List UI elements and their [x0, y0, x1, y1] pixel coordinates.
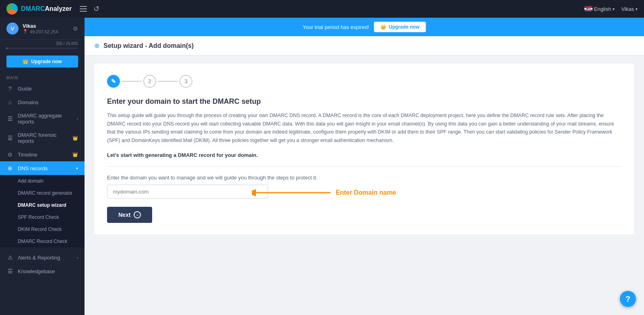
- sidebar-sub-dkim-check[interactable]: DKIM Record Check: [0, 223, 85, 235]
- wizard-description: This setup guide will guide you through …: [107, 111, 621, 145]
- divider: [107, 166, 621, 167]
- dns-chevron-icon: ▾: [76, 166, 78, 171]
- sidebar-item-aggregate-reports[interactable]: ☰ DMARC aggregate reports ›: [0, 109, 85, 128]
- banner-upgrade-button[interactable]: 👑 Upgrade now: [374, 22, 426, 32]
- annotation-area: Enter Domain name: [107, 185, 621, 199]
- sidebar: V Vikas 📍 49.207.52.254 ⚙ 355 / 25,000 👑…: [0, 18, 85, 315]
- page-header: ⊕ Setup wizard - Add domain(s): [85, 36, 644, 56]
- user-info: Vikas 📍 49.207.52.254: [23, 23, 69, 34]
- step-line-2: [158, 81, 178, 82]
- progress-bar: [6, 47, 78, 49]
- sidebar-username: Vikas: [23, 23, 69, 29]
- location-icon: 📍: [23, 29, 28, 34]
- next-button[interactable]: Next ›: [107, 207, 152, 223]
- gear-icon[interactable]: ⚙: [73, 25, 78, 32]
- lang-chevron-icon: ▾: [613, 7, 615, 11]
- avatar: V: [6, 23, 19, 35]
- reports-icon: ☰: [6, 115, 14, 122]
- banner-text: Your trial period has expired!: [303, 24, 369, 30]
- sidebar-item-knowledgebase[interactable]: ☰ Knowledgebase: [0, 264, 85, 278]
- domain-label: Enter the domain you want to manage and …: [107, 175, 621, 181]
- banner-crown-icon: 👑: [380, 24, 386, 30]
- alerts-chevron-icon: ›: [77, 255, 78, 260]
- username-label: Vikas: [621, 6, 634, 12]
- logo-text: DMARCAnalyzer: [21, 5, 72, 12]
- logo-icon: [6, 3, 18, 14]
- help-button[interactable]: ?: [620, 291, 636, 307]
- topbar: DMARCAnalyzer ↺ 🇺🇸 English ▾ Vikas ▾: [0, 0, 644, 18]
- user-chevron-icon: ▾: [636, 7, 638, 11]
- timeline-crown-icon: 👑: [72, 152, 78, 157]
- main-content: ⊕ Setup wizard - Add domain(s) ✎ 2 3: [85, 36, 644, 315]
- step-line-1: [122, 81, 142, 82]
- logo[interactable]: DMARCAnalyzer: [6, 3, 72, 14]
- sidebar-item-alerts[interactable]: ⚠ Alerts & Reporting ›: [0, 251, 85, 264]
- step-1-icon: ✎: [111, 78, 116, 84]
- progress-fill: [6, 47, 7, 49]
- dns-icon: ⊕: [6, 165, 14, 171]
- sidebar-sub-add-domain[interactable]: Add domain: [0, 175, 85, 187]
- sidebar-item-forensic-reports[interactable]: ☰ DMARC forensic reports 👑: [0, 128, 85, 148]
- page-title: Setup wizard - Add domain(s): [103, 42, 194, 49]
- forensic-icon: ☰: [6, 135, 14, 141]
- alert-icon: ⚠: [6, 254, 14, 261]
- svg-marker-3: [85, 181, 85, 191]
- sidebar-sub-setup-wizard[interactable]: DMARC setup wizard: [0, 199, 85, 211]
- question-icon: ?: [6, 85, 14, 92]
- wizard-subtitle: Let's start with generating a DMARC reco…: [107, 152, 621, 158]
- language-label: English: [594, 6, 611, 12]
- kb-icon: ☰: [6, 268, 14, 274]
- wizard-container: ✎ 2 3 Enter your domain to start the DMA…: [94, 64, 634, 234]
- user-menu[interactable]: Vikas ▾: [621, 6, 638, 12]
- step-3: 3: [180, 75, 192, 88]
- sidebar-item-dns-records[interactable]: ⊕ DNS records ▾: [0, 161, 85, 175]
- step-2: 2: [143, 75, 156, 88]
- sidebar-sub-dmarc-check[interactable]: DMARC Record Check: [0, 235, 85, 247]
- history-icon[interactable]: ↺: [93, 4, 99, 13]
- forensic-crown-icon: 👑: [72, 136, 78, 141]
- dns-submenu: Add domain DMARC record generator DMARC …: [0, 175, 85, 247]
- down-arrow-annotation: [85, 56, 91, 194]
- email-count: 355 / 25,000: [0, 40, 85, 47]
- chevron-right-icon: ›: [77, 117, 78, 121]
- crown-icon: 👑: [23, 59, 29, 64]
- wizard-icon: ⊕: [94, 42, 99, 49]
- sidebar-user-section: V Vikas 📍 49.207.52.254 ⚙: [0, 18, 85, 40]
- timeline-icon: ⊝: [6, 151, 14, 158]
- sidebar-item-domains[interactable]: ⌂ Domains: [0, 95, 85, 109]
- wizard-stepper: ✎ 2 3: [107, 75, 621, 88]
- sidebar-user-ip: 📍 49.207.52.254: [23, 29, 69, 34]
- domain-input-row: [107, 185, 621, 199]
- domain-input[interactable]: [107, 185, 268, 199]
- step-1: ✎: [107, 75, 120, 88]
- language-selector[interactable]: 🇺🇸 English ▾: [584, 6, 615, 12]
- sidebar-upgrade-button[interactable]: 👑 Upgrade now: [6, 56, 78, 68]
- wizard-title: Enter your domain to start the DMARC set…: [107, 97, 621, 106]
- sidebar-sub-spf-check[interactable]: SPF Record Check: [0, 211, 85, 223]
- trial-banner: Your trial period has expired! 👑 Upgrade…: [85, 18, 644, 36]
- home-icon: ⌂: [6, 99, 14, 105]
- next-circle-icon: ›: [134, 211, 141, 218]
- sidebar-section-main: MAIN: [0, 72, 85, 82]
- sidebar-sub-dmarc-generator[interactable]: DMARC record generator: [0, 187, 85, 199]
- flag-icon: 🇺🇸: [584, 6, 592, 12]
- sidebar-item-guide[interactable]: ? Guide: [0, 82, 85, 95]
- hamburger-icon[interactable]: [80, 6, 87, 12]
- sidebar-item-timeline[interactable]: ⊝ Timeline 👑: [0, 148, 85, 161]
